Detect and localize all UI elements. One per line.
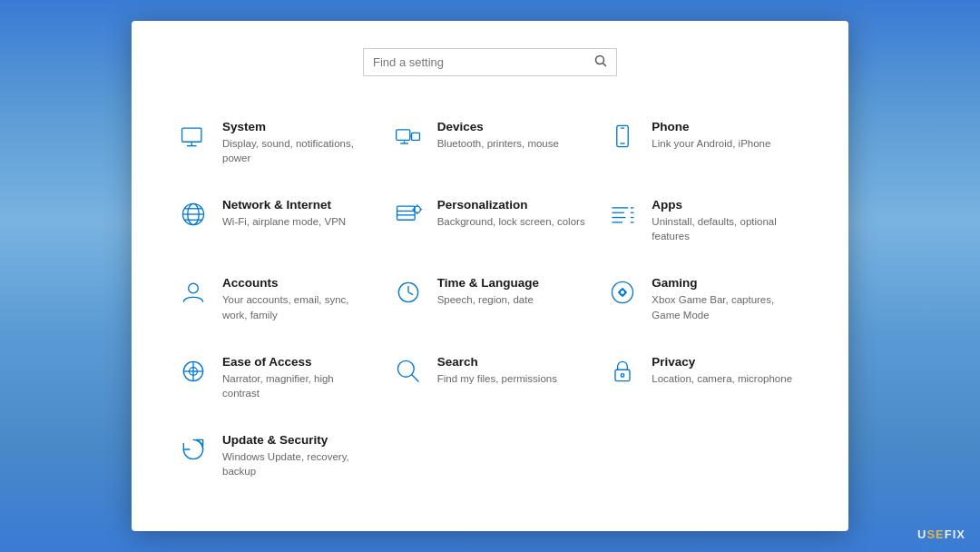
setting-title-gaming: Gaming <box>652 276 803 290</box>
phone-icon <box>606 120 639 153</box>
setting-item-apps[interactable]: Apps Uninstall, defaults, optional featu… <box>597 182 812 260</box>
setting-item-devices[interactable]: Devices Bluetooth, printers, mouse <box>383 104 598 182</box>
setting-text-network: Network & Internet Wi-Fi, airplane mode,… <box>222 198 346 229</box>
setting-title-accounts: Accounts <box>222 276 374 290</box>
svg-line-37 <box>408 292 413 295</box>
search-bar-container <box>168 48 812 76</box>
setting-desc-apps: Uninstall, defaults, optional features <box>652 214 803 243</box>
setting-title-devices: Devices <box>437 120 559 133</box>
setting-desc-privacy: Location, camera, microphone <box>652 371 792 386</box>
svg-rect-6 <box>411 133 419 140</box>
watermark: USEFIX <box>917 527 965 541</box>
setting-title-ease: Ease of Access <box>222 355 374 369</box>
setting-title-search: Search <box>437 355 557 369</box>
svg-point-34 <box>189 284 199 294</box>
setting-desc-phone: Link your Android, iPhone <box>652 136 770 151</box>
svg-line-1 <box>603 64 607 67</box>
accounts-icon <box>177 276 210 309</box>
setting-text-phone: Phone Link your Android, iPhone <box>652 120 770 151</box>
setting-item-system[interactable]: System Display, sound, notifications, po… <box>168 104 383 182</box>
svg-point-51 <box>622 373 625 377</box>
setting-item-time[interactable]: Time & Language Speech, region, date <box>383 260 598 338</box>
settings-window: System Display, sound, notifications, po… <box>132 21 848 531</box>
setting-item-search[interactable]: Search Find my files, permissions <box>383 339 598 417</box>
apps-icon <box>606 198 639 231</box>
svg-rect-2 <box>182 128 201 142</box>
svg-point-38 <box>612 282 633 303</box>
setting-text-gaming: Gaming Xbox Game Bar, captures, Game Mod… <box>652 276 803 321</box>
svg-rect-18 <box>397 206 415 220</box>
setting-desc-devices: Bluetooth, printers, mouse <box>437 136 559 151</box>
setting-title-personalization: Personalization <box>437 198 585 212</box>
setting-text-personalization: Personalization Background, lock screen,… <box>437 198 585 229</box>
settings-grid: System Display, sound, notifications, po… <box>168 104 812 495</box>
ease-icon <box>177 355 210 388</box>
setting-text-accounts: Accounts Your accounts, email, sync, wor… <box>222 276 374 321</box>
setting-text-ease: Ease of Access Narrator, magnifier, high… <box>222 355 374 400</box>
setting-title-update: Update & Security <box>222 433 374 447</box>
search-bar[interactable] <box>363 48 617 76</box>
search-icon <box>594 54 607 70</box>
svg-line-49 <box>411 374 418 381</box>
setting-text-privacy: Privacy Location, camera, microphone <box>652 355 792 386</box>
setting-text-update: Update & Security Windows Update, recove… <box>222 433 374 478</box>
setting-title-network: Network & Internet <box>222 198 346 212</box>
search-input[interactable] <box>373 55 594 69</box>
setting-item-personalization[interactable]: Personalization Background, lock screen,… <box>383 182 598 260</box>
setting-text-system: System Display, sound, notifications, po… <box>222 120 374 165</box>
setting-desc-ease: Narrator, magnifier, high contrast <box>222 371 374 400</box>
svg-rect-5 <box>396 130 409 141</box>
setting-item-gaming[interactable]: Gaming Xbox Game Bar, captures, Game Mod… <box>597 260 812 338</box>
setting-item-privacy[interactable]: Privacy Location, camera, microphone <box>597 339 812 417</box>
setting-item-update[interactable]: Update & Security Windows Update, recove… <box>168 417 383 495</box>
setting-desc-network: Wi-Fi, airplane mode, VPN <box>222 214 346 229</box>
setting-title-phone: Phone <box>652 120 770 133</box>
setting-desc-update: Windows Update, recovery, backup <box>222 449 374 478</box>
svg-point-0 <box>596 56 604 64</box>
personalization-icon <box>392 198 425 231</box>
system-icon <box>177 120 210 153</box>
setting-text-time: Time & Language Speech, region, date <box>437 276 539 307</box>
setting-text-apps: Apps Uninstall, defaults, optional featu… <box>652 198 803 243</box>
devices-icon <box>392 120 425 153</box>
setting-desc-personalization: Background, lock screen, colors <box>437 214 585 229</box>
setting-item-accounts[interactable]: Accounts Your accounts, email, sync, wor… <box>168 260 383 338</box>
network-icon <box>177 198 210 231</box>
search-icon <box>392 355 425 388</box>
setting-desc-search: Find my files, permissions <box>437 371 557 386</box>
setting-text-search: Search Find my files, permissions <box>437 355 557 386</box>
gaming-icon <box>606 276 639 309</box>
time-icon <box>392 276 425 309</box>
setting-desc-accounts: Your accounts, email, sync, work, family <box>222 292 374 321</box>
setting-title-apps: Apps <box>652 198 803 212</box>
setting-item-phone[interactable]: Phone Link your Android, iPhone <box>597 104 812 182</box>
update-icon <box>177 433 210 466</box>
setting-desc-time: Speech, region, date <box>437 292 539 307</box>
privacy-icon <box>606 355 639 388</box>
svg-rect-50 <box>615 370 630 380</box>
setting-item-network[interactable]: Network & Internet Wi-Fi, airplane mode,… <box>168 182 383 260</box>
setting-item-ease[interactable]: Ease of Access Narrator, magnifier, high… <box>168 339 383 417</box>
setting-title-system: System <box>222 120 374 133</box>
setting-title-time: Time & Language <box>437 276 539 290</box>
setting-desc-gaming: Xbox Game Bar, captures, Game Mode <box>652 292 803 321</box>
setting-desc-system: Display, sound, notifications, power <box>222 136 374 165</box>
setting-title-privacy: Privacy <box>652 355 792 369</box>
setting-text-devices: Devices Bluetooth, printers, mouse <box>437 120 559 151</box>
svg-point-43 <box>621 291 625 295</box>
